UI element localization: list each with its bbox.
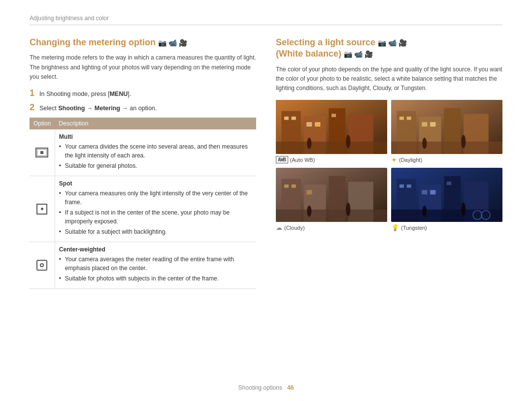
right-title-line1: Selecting a light source [276, 37, 375, 47]
right-desc-text: The color of your photo depends on the t… [276, 66, 502, 92]
option-row-center: Center-weighted Your camera averages the… [30, 242, 256, 289]
svg-point-36 [307, 206, 311, 217]
svg-point-12 [307, 138, 311, 149]
daylight-icon: ✦ [391, 156, 397, 164]
top-label-text: Adjusting brightness and color [30, 15, 109, 22]
tungsten-svg [391, 168, 502, 222]
svg-rect-23 [430, 123, 435, 127]
svg-rect-10 [332, 114, 336, 118]
right-title-line2: (White balance) [276, 49, 341, 59]
svg-rect-35 [276, 210, 387, 222]
svg-rect-6 [284, 117, 289, 120]
step-2: 2 Select Shooting → Metering → an option… [30, 103, 256, 113]
svg-rect-47 [447, 182, 451, 185]
col-header-desc: Description [55, 118, 256, 129]
footer-text: Shooting options [238, 384, 282, 391]
cloudy-label: ☁ (Cloudy) [276, 224, 387, 231]
right-description: The color of your photo depends on the t… [276, 65, 502, 93]
svg-point-25 [422, 138, 427, 149]
multi-icon-grid [37, 149, 47, 156]
two-column-layout: Changing the metering option 📷 📹 🎥 The m… [30, 37, 502, 289]
center-icon-cell [30, 242, 55, 289]
spot-bullet-3: Suitable for a subject with backlighting… [59, 227, 252, 236]
step-1: 1 In Shooting mode, press [MENU]. [30, 89, 256, 99]
daylight-item: ✦ (Daylight) [391, 100, 502, 164]
svg-rect-20 [399, 117, 404, 120]
left-title-icons: 📷 📹 🎥 [158, 39, 187, 47]
right-section-title: Selecting a light source 📷 📹 🎥 (White ba… [276, 37, 502, 60]
cloudy-photo [276, 168, 387, 222]
svg-rect-34 [306, 190, 312, 195]
center-bullets: Your camera averages the meter reading o… [59, 255, 252, 283]
right-title-icons-2: 📷 📹 🎥 [344, 50, 373, 58]
svg-rect-7 [292, 117, 296, 120]
spot-icon [36, 204, 47, 215]
daylight-svg [391, 100, 502, 154]
left-column: Changing the metering option 📷 📹 🎥 The m… [30, 37, 256, 289]
daylight-label: ✦ (Daylight) [391, 156, 502, 164]
step-1-number: 1 [30, 89, 36, 98]
svg-rect-43 [399, 185, 404, 188]
step-2-number: 2 [30, 103, 36, 113]
tungsten-text: (Tungsten) [401, 225, 427, 231]
left-desc-text: The metering mode refers to the way in w… [30, 54, 256, 80]
multi-icon [35, 148, 48, 157]
cloudy-svg [276, 168, 387, 222]
spot-bullets: Your camera measures only the light inte… [59, 189, 252, 236]
svg-point-13 [346, 135, 350, 149]
auto-wb-text: (Auto WB) [290, 157, 315, 163]
tungsten-icon: 💡 [391, 224, 399, 231]
top-label: Adjusting brightness and color [30, 15, 502, 25]
svg-rect-48 [391, 210, 502, 222]
auto-wb-item: AWB (Auto WB) [276, 100, 387, 164]
spot-desc-cell: Spot Your camera measures only the light… [55, 176, 256, 242]
multi-name: Multi [59, 133, 252, 140]
center-name: Center-weighted [59, 246, 252, 253]
left-section-title: Changing the metering option 📷 📹 🎥 [30, 37, 256, 48]
spot-icon-cell [30, 176, 55, 242]
page-number: 46 [287, 384, 294, 391]
svg-point-49 [422, 206, 427, 217]
svg-rect-8 [306, 123, 312, 127]
spot-bullet-2: If a subject is not in the center of the… [59, 208, 252, 226]
col-header-option: Option [30, 118, 55, 129]
auto-wb-photo [276, 100, 387, 154]
spot-name: Spot [59, 180, 252, 187]
auto-wb-label: AWB (Auto WB) [276, 156, 387, 163]
left-description: The metering mode refers to the way in w… [30, 53, 256, 82]
svg-rect-45 [422, 190, 427, 195]
svg-point-50 [461, 203, 466, 216]
spot-icon-dot [41, 208, 43, 210]
svg-rect-21 [407, 117, 411, 120]
multi-desc-cell: Multi Your camera divides the scene into… [55, 129, 256, 176]
tungsten-label: 💡 (Tungsten) [391, 224, 502, 231]
center-bullet-1: Your camera averages the meter reading o… [59, 255, 252, 273]
step-1-text: In Shooting mode, press [MENU]. [39, 89, 131, 99]
center-desc-cell: Center-weighted Your camera averages the… [55, 242, 256, 289]
cloudy-item: ☁ (Cloudy) [276, 168, 387, 231]
multi-icon-cell [30, 129, 55, 176]
page-container: Adjusting brightness and color Changing … [0, 0, 532, 401]
center-bullet-2: Suitable for photos with subjects in the… [59, 274, 252, 283]
daylight-photo [391, 100, 502, 154]
spot-bullet-1: Your camera measures only the light inte… [59, 189, 252, 207]
auto-wb-icon: AWB [276, 156, 288, 163]
svg-rect-44 [407, 185, 411, 188]
auto-wb-svg [276, 100, 387, 154]
svg-rect-24 [391, 142, 502, 154]
multi-bullet-1: Your camera divides the scene into sever… [59, 142, 252, 160]
right-title-icons-1: 📷 📹 🎥 [378, 39, 407, 47]
svg-point-37 [346, 203, 350, 216]
option-row-spot: Spot Your camera measures only the light… [30, 176, 256, 242]
svg-rect-9 [315, 123, 320, 127]
center-icon [36, 260, 47, 271]
svg-rect-22 [422, 123, 427, 127]
multi-bullets: Your camera divides the scene into sever… [59, 142, 252, 170]
svg-rect-33 [292, 185, 296, 188]
options-table: Option Description M [30, 118, 256, 289]
center-icon-ring [40, 263, 44, 267]
svg-point-26 [461, 135, 466, 149]
white-balance-images: AWB (Auto WB) [276, 100, 502, 231]
option-row-multi: Multi Your camera divides the scene into… [30, 129, 256, 176]
tungsten-photo [391, 168, 502, 222]
